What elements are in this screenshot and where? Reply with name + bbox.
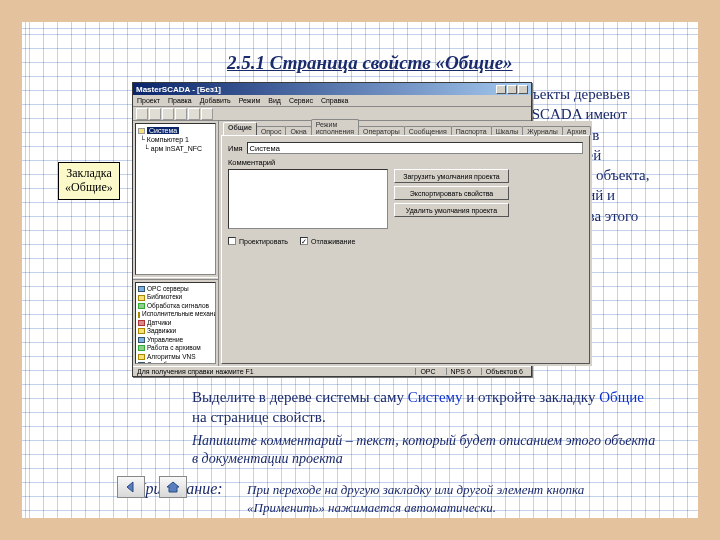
- debug-checkbox[interactable]: ✓Отлаживание: [300, 237, 355, 245]
- list-item[interactable]: Задвижки: [147, 327, 176, 335]
- arrow-left-icon: [124, 481, 138, 493]
- window-titlebar: MasterSCADA - [Без1]: [133, 83, 531, 95]
- load-defaults-button[interactable]: Загрузить умолчания проекта: [394, 169, 509, 183]
- tab[interactable]: Сообщения: [404, 126, 452, 135]
- toolbar-button-icon[interactable]: [175, 108, 187, 120]
- object-icon: [138, 295, 145, 301]
- tree-item[interactable]: арм inSAT_NFC: [151, 145, 202, 152]
- left-column: Система └ Компьютер 1 └ арм inSAT_NFC OP…: [133, 121, 219, 366]
- status-bar: Для получения справки нажмите F1 OPC NPS…: [133, 366, 531, 376]
- status-cell: Объектов 6: [481, 368, 527, 375]
- tab[interactable]: Архив: [562, 126, 592, 135]
- toolbar-button-icon[interactable]: [149, 108, 161, 120]
- tab[interactable]: Опрос: [256, 126, 287, 135]
- callout-label: Закладка «Общие»: [58, 162, 120, 200]
- object-icon: [138, 320, 145, 326]
- menu-item[interactable]: Правка: [168, 97, 192, 104]
- object-icon: [138, 303, 145, 309]
- tab[interactable]: Журналы: [522, 126, 563, 135]
- list-item[interactable]: Алгоритмы VNS: [147, 353, 196, 361]
- name-input[interactable]: Система: [247, 142, 584, 154]
- list-item[interactable]: Обработка сигналов: [147, 302, 209, 310]
- object-icon: [138, 345, 145, 351]
- object-icon: [138, 286, 145, 292]
- list-item[interactable]: Управление: [147, 336, 183, 344]
- nav-buttons: [117, 476, 187, 498]
- status-cell: NPS 6: [446, 368, 475, 375]
- list-item[interactable]: OPC серверы: [147, 285, 189, 293]
- export-props-button[interactable]: Экспортировать свойства: [394, 186, 509, 200]
- home-icon: [165, 480, 181, 494]
- splitter[interactable]: [133, 277, 218, 280]
- object-icon: [138, 362, 145, 364]
- menu-item[interactable]: Вид: [268, 97, 281, 104]
- instruction-2: Напишите комментарий – текст, который бу…: [192, 432, 660, 468]
- toolbar-button-icon[interactable]: [162, 108, 174, 120]
- menu-bar: Проект Правка Добавить Режим Вид Сервис …: [133, 95, 531, 107]
- tab[interactable]: Режим исполнения: [311, 119, 359, 135]
- list-item[interactable]: Библиотеки: [147, 293, 182, 301]
- folder-icon: [138, 128, 145, 134]
- menu-item[interactable]: Проект: [137, 97, 160, 104]
- note-text: При переходе на другую закладку или друг…: [247, 481, 660, 516]
- tab[interactable]: Окна: [285, 126, 311, 135]
- menu-item[interactable]: Справка: [321, 97, 348, 104]
- list-item[interactable]: Службы: [147, 361, 172, 364]
- menu-item[interactable]: Режим: [239, 97, 261, 104]
- design-checkbox[interactable]: Проектировать: [228, 237, 288, 245]
- minimize-icon[interactable]: [496, 85, 506, 94]
- object-icon: [138, 354, 145, 360]
- tab[interactable]: Паспорта: [451, 126, 492, 135]
- instruction-1: Выделите в дереве системы саму Систему и…: [192, 387, 660, 428]
- maximize-icon[interactable]: [507, 85, 517, 94]
- highlight-general: Общие: [599, 389, 644, 405]
- object-icon: [138, 337, 145, 343]
- back-button[interactable]: [117, 476, 145, 498]
- tab-page-general: Имя Система Комментарий Загрузить умолча…: [221, 135, 590, 364]
- menu-item[interactable]: Добавить: [200, 97, 231, 104]
- toolbar-button-icon[interactable]: [201, 108, 213, 120]
- right-column: Общие Опрос Окна Режим исполнения Операт…: [219, 121, 592, 366]
- comment-textarea[interactable]: [228, 169, 388, 229]
- window-title: MasterSCADA - [Без1]: [136, 85, 221, 94]
- system-tree[interactable]: Система └ Компьютер 1 └ арм inSAT_NFC: [135, 123, 216, 275]
- section-title: 2.5.1 Страница свойств «Общие»: [227, 52, 513, 74]
- delete-defaults-button[interactable]: Удалить умолчания проекта: [394, 203, 509, 217]
- home-button[interactable]: [159, 476, 187, 498]
- toolbar-button-icon[interactable]: [188, 108, 200, 120]
- tab-bar: Общие Опрос Окна Режим исполнения Операт…: [221, 123, 590, 135]
- app-screenshot: MasterSCADA - [Без1] Проект Правка Добав…: [132, 82, 532, 377]
- tree-item[interactable]: Компьютер 1: [147, 136, 189, 143]
- list-item[interactable]: Работа с архивом: [147, 344, 201, 352]
- close-icon[interactable]: [518, 85, 528, 94]
- list-item[interactable]: Исполнительные механизмы: [142, 310, 216, 318]
- comment-label: Комментарий: [228, 158, 583, 167]
- list-item[interactable]: Датчики: [147, 319, 171, 327]
- tab[interactable]: Операторы: [358, 126, 405, 135]
- tab-general[interactable]: Общие: [223, 122, 257, 135]
- callout-line2: «Общие»: [65, 180, 113, 194]
- callout-line1: Закладка: [66, 166, 112, 180]
- status-hint: Для получения справки нажмите F1: [137, 368, 254, 375]
- toolbar-button-icon[interactable]: [136, 108, 148, 120]
- object-icon: [138, 328, 145, 334]
- tab[interactable]: Шкалы: [491, 126, 524, 135]
- object-palette[interactable]: OPC серверы Библиотеки Обработка сигнало…: [135, 282, 216, 364]
- menu-item[interactable]: Сервис: [289, 97, 313, 104]
- name-label: Имя: [228, 144, 243, 153]
- object-icon: [138, 312, 140, 318]
- highlight-system: Систему: [408, 389, 463, 405]
- status-cell: OPC: [415, 368, 439, 375]
- tree-root[interactable]: Система: [147, 127, 179, 134]
